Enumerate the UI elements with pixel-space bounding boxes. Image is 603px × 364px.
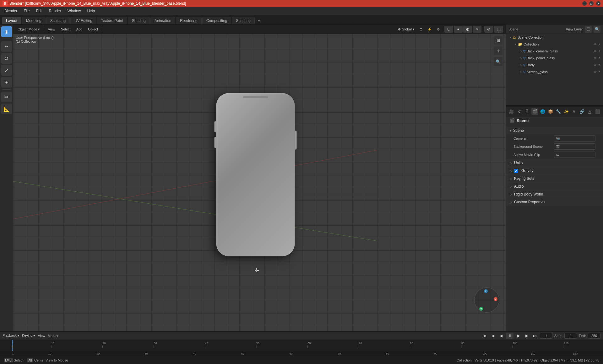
physics-props-tab[interactable]: ⚛: [571, 108, 578, 115]
prev-frame-button[interactable]: ◀: [490, 333, 496, 339]
wireframe-shading-button[interactable]: ⬡: [444, 26, 453, 33]
view-menu[interactable]: View: [46, 27, 57, 32]
transform-tool-button[interactable]: ⊞: [1, 77, 12, 88]
body-row[interactable]: ▷ ▽ Body 👁 ↗: [506, 62, 603, 68]
audio-section-header[interactable]: ▷ Audio: [506, 183, 603, 190]
menu-help[interactable]: Help: [84, 8, 97, 14]
object-props-tab[interactable]: 📦: [547, 108, 554, 115]
outliner-filter-button[interactable]: ☰: [585, 26, 592, 33]
move-tool-button[interactable]: ↔: [1, 41, 12, 52]
window-controls[interactable]: — □ ✕: [582, 1, 600, 6]
camera-input[interactable]: 📷: [554, 135, 595, 142]
scene-section-header[interactable]: ▾ Scene: [506, 127, 603, 134]
back-panel-glass-row[interactable]: ▷ ▽ Back_panel_glass 👁 ↗: [506, 55, 603, 62]
add-menu[interactable]: Add: [74, 27, 84, 32]
snap-button[interactable]: ⚡: [426, 27, 434, 32]
add-workspace-button[interactable]: +: [255, 17, 263, 24]
scale-tool-button[interactable]: ⤢: [1, 65, 12, 76]
xray-button[interactable]: ⬚: [494, 26, 503, 33]
keying-menu[interactable]: Keying ▾: [22, 334, 35, 338]
svg-text:60: 60: [307, 342, 311, 345]
collection-row[interactable]: ▾ 📁 Collection 👁 ↗: [506, 41, 603, 48]
menu-render[interactable]: Render: [46, 8, 63, 14]
tab-shading[interactable]: Shading: [128, 17, 150, 24]
frame-start-input[interactable]: [564, 333, 577, 339]
global-transform-button[interactable]: ⊕ Global ▾: [396, 27, 416, 32]
scene-collection-row[interactable]: ▾ 🗂 Scene Collection: [506, 34, 603, 41]
tab-compositing[interactable]: Compositing: [202, 17, 231, 24]
tab-layout[interactable]: Layout: [2, 17, 21, 24]
cursor-tool-button[interactable]: ⊕: [1, 26, 12, 37]
menu-edit[interactable]: Edit: [34, 8, 45, 14]
scene-props-tab[interactable]: 🎬: [531, 108, 538, 115]
tab-animation[interactable]: Animation: [150, 17, 175, 24]
overlay-button[interactable]: ⊙: [484, 26, 493, 33]
navigation-gizmo[interactable]: X Y Z: [474, 287, 503, 316]
gizmo-x-axis[interactable]: X: [494, 297, 497, 301]
gizmo-z-axis[interactable]: Z: [484, 289, 488, 293]
next-keyframe-button[interactable]: ▶: [524, 333, 530, 339]
current-frame-input[interactable]: [540, 333, 552, 339]
custom-properties-section-header[interactable]: ▷ Custom Properties: [506, 198, 603, 206]
units-section-arrow: ▷: [510, 161, 512, 165]
select-menu[interactable]: Select: [59, 27, 73, 32]
object-menu[interactable]: Object: [86, 27, 100, 32]
menu-file[interactable]: File: [21, 8, 32, 14]
jump-start-button[interactable]: ⏮: [481, 333, 488, 339]
frame-end-input[interactable]: [588, 333, 600, 339]
keying-sets-section-header[interactable]: ▷ Keying Sets: [506, 175, 603, 182]
gizmo-y-axis[interactable]: Y: [479, 307, 483, 311]
output-props-tab[interactable]: 🖨: [516, 108, 523, 115]
units-section-header[interactable]: ▷ Units: [506, 159, 603, 167]
tab-uv-editing[interactable]: UV Editing: [70, 17, 96, 24]
view-menu-timeline[interactable]: View: [38, 334, 45, 338]
tab-scripting[interactable]: Scripting: [232, 17, 255, 24]
object-mode-dropdown[interactable]: Object Mode ▾: [16, 27, 42, 32]
cursor-viewport-button[interactable]: ✛: [494, 46, 503, 55]
menu-blender[interactable]: Blender: [2, 8, 20, 14]
minimize-button[interactable]: —: [582, 1, 587, 6]
close-button[interactable]: ✕: [596, 1, 600, 6]
rigid-body-world-section-header[interactable]: ▷ Rigid Body World: [506, 190, 603, 198]
modifier-props-tab[interactable]: 🔧: [555, 108, 562, 115]
solid-shading-button[interactable]: ●: [454, 26, 463, 33]
rendered-shading-button[interactable]: ☀: [473, 26, 481, 33]
tab-rendering[interactable]: Rendering: [176, 17, 201, 24]
grid-floor-button[interactable]: ⊞: [494, 36, 503, 45]
search-viewport-button[interactable]: 🔍: [494, 57, 503, 66]
constraints-props-tab[interactable]: 🔗: [579, 108, 585, 115]
viewport-3d[interactable]: Object Mode ▾ View Select Add Object ⊕ G…: [13, 24, 506, 331]
marker-menu[interactable]: Marker: [48, 334, 58, 338]
background-scene-input[interactable]: 🎬: [554, 143, 595, 150]
gravity-section-header[interactable]: ▷ Gravity: [506, 167, 603, 174]
active-movie-clip-input[interactable]: 📽: [554, 152, 595, 158]
back-camera-glass-row[interactable]: ▷ ▽ Back_camera_glass 👁 ↗: [506, 48, 603, 55]
data-props-tab[interactable]: △: [586, 108, 593, 115]
tab-sculpting[interactable]: Sculpting: [46, 17, 70, 24]
playback-menu[interactable]: Playback ▾: [3, 334, 19, 338]
prev-keyframe-button[interactable]: ◀: [498, 333, 504, 339]
rotate-tool-button[interactable]: ↺: [1, 53, 12, 64]
material-props-tab[interactable]: ⬛: [594, 108, 601, 115]
pivot-button[interactable]: ⊙: [418, 27, 424, 32]
timeline-ruler[interactable]: 1 10 20 30 40 50 60 70 80 90 100 110: [0, 340, 603, 356]
world-props-tab[interactable]: 🌐: [539, 108, 546, 115]
view-layer-props-tab[interactable]: 🗄: [524, 108, 530, 115]
proportional-edit-button[interactable]: ⊙: [435, 27, 442, 32]
tab-texture-paint[interactable]: Texture Paint: [97, 17, 127, 24]
timeline-track[interactable]: 1 10 20 30 40 50 60 70 80 90 100 110: [0, 340, 603, 356]
tab-modeling[interactable]: Modeling: [22, 17, 46, 24]
maximize-button[interactable]: □: [589, 1, 594, 6]
screen-glass-row[interactable]: ▷ ▽ Screen_glass 👁 ↗: [506, 68, 603, 75]
annotate-tool-button[interactable]: ✏: [1, 92, 12, 102]
stop-button[interactable]: ⏸: [506, 333, 513, 339]
gravity-checkbox[interactable]: [514, 169, 518, 173]
material-shading-button[interactable]: ◐: [463, 26, 472, 33]
particles-props-tab[interactable]: ✨: [563, 108, 570, 115]
outliner-search-button[interactable]: 🔍: [594, 26, 600, 33]
play-button[interactable]: ▶: [515, 333, 522, 339]
measure-tool-button[interactable]: 📐: [1, 104, 12, 114]
jump-end-button[interactable]: ⏭: [532, 333, 538, 339]
menu-window[interactable]: Window: [65, 8, 84, 14]
render-props-tab[interactable]: 🎥: [508, 108, 515, 115]
